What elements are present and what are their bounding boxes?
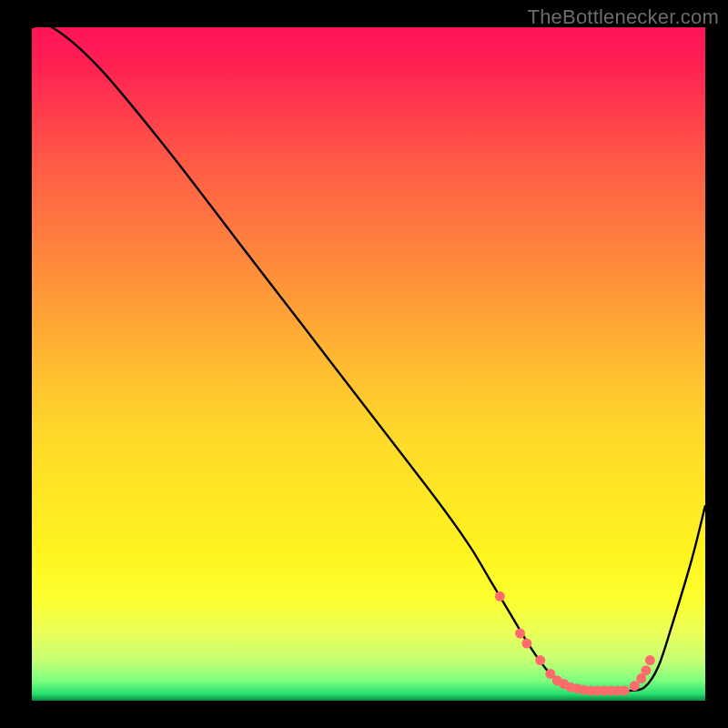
bottleneck-curve <box>32 27 705 701</box>
chart-frame: TheBottlenecker.com <box>0 0 728 728</box>
data-marker <box>495 592 505 602</box>
curve-line <box>32 27 705 691</box>
data-marker <box>515 629 525 639</box>
data-marker <box>535 655 545 665</box>
attribution-label: TheBottlenecker.com <box>528 5 719 29</box>
data-marker <box>645 655 655 665</box>
data-marker <box>641 665 651 675</box>
plot-area <box>32 27 705 701</box>
data-marker <box>620 685 630 695</box>
data-marker <box>630 681 640 691</box>
data-marker <box>521 639 531 649</box>
curve-markers <box>495 592 655 696</box>
